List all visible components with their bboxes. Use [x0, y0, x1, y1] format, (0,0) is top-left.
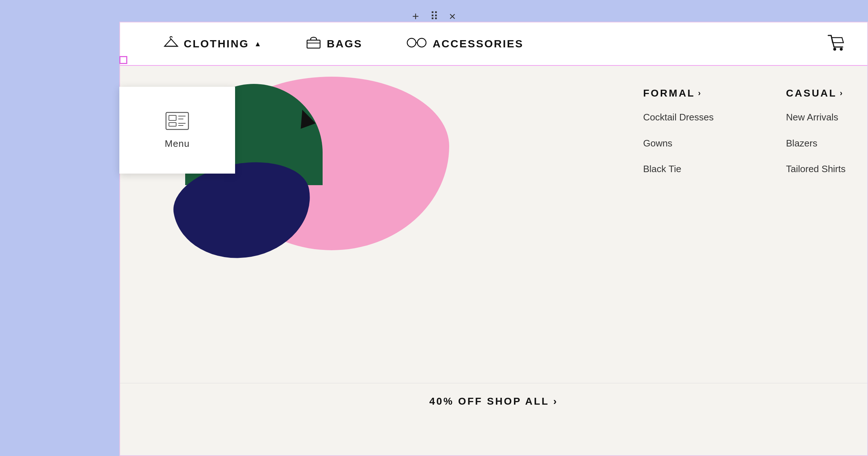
accessories-icon: [406, 38, 427, 50]
bags-icon: [306, 37, 322, 51]
menu-categories: FORMAL › Cocktail Dresses Gowns Black Ti…: [643, 88, 846, 177]
arrow-up-icon: ▲: [254, 40, 263, 48]
close-icon[interactable]: ×: [449, 10, 456, 23]
menu-icon: [165, 111, 190, 131]
svg-rect-9: [169, 115, 176, 120]
promo-bar[interactable]: 40% OFF SHOP ALL ›: [120, 383, 867, 419]
formal-label: FORMAL: [643, 88, 695, 99]
cart-button[interactable]: [827, 35, 846, 53]
svg-point-3: [407, 38, 416, 47]
casual-item-blazers[interactable]: Blazers: [786, 136, 846, 151]
svg-point-7: [840, 48, 843, 51]
accessories-label: ACCESSORIES: [433, 38, 523, 50]
clothing-label: CLOTHING: [184, 38, 249, 50]
svg-point-4: [417, 38, 426, 47]
formal-column: FORMAL › Cocktail Dresses Gowns Black Ti…: [643, 88, 714, 177]
bags-label: BAGS: [327, 38, 362, 50]
casual-column: CASUAL › New Arrivals Blazers Tailored S…: [786, 88, 846, 177]
svg-point-6: [833, 48, 836, 51]
tooltip-popup: Menu: [119, 87, 235, 174]
browser-chrome: + ⠿ ×: [0, 0, 868, 33]
plus-icon[interactable]: +: [412, 10, 419, 23]
selection-indicator: [119, 56, 127, 64]
casual-header[interactable]: CASUAL ›: [786, 88, 846, 99]
formal-item-cocktail[interactable]: Cocktail Dresses: [643, 110, 714, 125]
grid-icon[interactable]: ⠿: [430, 9, 438, 23]
formal-header[interactable]: FORMAL ›: [643, 88, 714, 99]
casual-item-tailored-shirts[interactable]: Tailored Shirts: [786, 162, 846, 177]
nav-item-clothing[interactable]: CLOTHING ▲: [142, 36, 284, 51]
left-panel: [0, 22, 119, 456]
promo-label: 40% OFF SHOP ALL ›: [429, 396, 558, 407]
formal-chevron: ›: [698, 89, 702, 98]
tooltip-label: Menu: [165, 138, 190, 149]
formal-item-gowns[interactable]: Gowns: [643, 136, 714, 151]
svg-rect-1: [307, 40, 320, 48]
svg-rect-12: [169, 123, 176, 126]
clothing-icon: [163, 36, 179, 51]
casual-item-new-arrivals[interactable]: New Arrivals: [786, 110, 846, 125]
nav-item-accessories[interactable]: ACCESSORIES: [384, 38, 545, 50]
casual-chevron: ›: [840, 89, 844, 98]
nav-item-bags[interactable]: BAGS: [284, 37, 384, 51]
formal-item-blacktie[interactable]: Black Tie: [643, 162, 714, 177]
casual-label: CASUAL: [786, 88, 837, 99]
